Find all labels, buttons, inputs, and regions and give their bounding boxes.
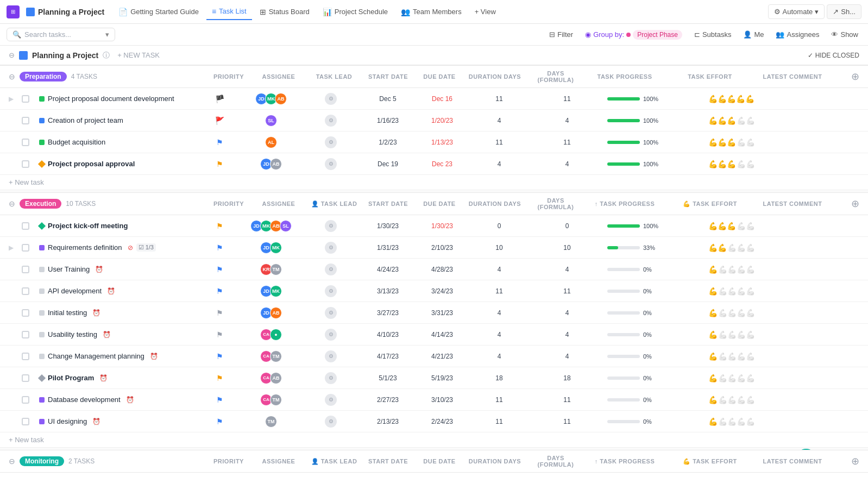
due-date-cell: Dec 16 — [415, 95, 469, 103]
tab-project-schedule[interactable]: 📊 Project Schedule — [317, 4, 393, 20]
priority-cell: 🚩 — [198, 116, 241, 125]
task-lead-icon: ⚙ — [325, 329, 337, 341]
table-row[interactable]: ▶ Project proposal document development … — [0, 88, 868, 110]
tab-getting-started[interactable]: 📄 Getting Started Guide — [113, 4, 204, 20]
project-info-icon[interactable]: ⓘ — [103, 51, 110, 60]
task-checkbox[interactable] — [22, 287, 29, 295]
table-row[interactable]: ▶ Requirements definition ⊘ ☑ 1/3 ⚑ JD M… — [0, 237, 868, 259]
table-row[interactable]: Project kick-off meeting ⚑ JD MK AB SL ⚙… — [0, 215, 868, 237]
table-row[interactable]: Pilot Program ⏰ ⚑ CA AB ⚙ 5/1/23 5/19/23… — [0, 367, 868, 389]
table-row[interactable]: Creation of project team 🚩 SL ⚙ 1/16/23 … — [0, 110, 868, 131]
add-task-preparation[interactable]: + New task — [0, 175, 868, 190]
task-lead-cell: ⚙ — [301, 136, 361, 148]
table-row[interactable]: Usability testing ⏰ ⚑ CA ● ⚙ 4/10/23 4/1… — [0, 324, 868, 346]
col-priority-exec: PRIORITY — [210, 200, 248, 207]
me-button[interactable]: 👤 Me — [740, 29, 767, 40]
due-date-cell: 2/24/23 — [415, 418, 469, 425]
hide-closed-button[interactable]: ✓ HIDE CLOSED — [808, 52, 859, 59]
task-name: Initial testing — [48, 309, 87, 317]
table-row[interactable]: User Training ⏰ ⚑ KR TM ⚙ 4/24/23 4/28/2… — [0, 259, 868, 280]
add-column-mon-icon[interactable]: ⊕ — [851, 455, 859, 467]
add-task-execution[interactable]: + New task — [0, 432, 868, 448]
new-task-button[interactable]: + NEW TASK — [114, 50, 163, 60]
table-row[interactable]: Database development ⏰ ⚑ CA TM ⚙ 2/27/23… — [0, 389, 868, 411]
chevron-down-icon: ▾ — [105, 30, 109, 39]
priority-cell: ⚑ — [198, 309, 241, 317]
avatar: TM — [270, 350, 282, 362]
start-date-cell: 1/31/23 — [361, 244, 415, 252]
task-checkbox[interactable] — [22, 353, 29, 360]
table-row[interactable]: Initial testing ⏰ ⚑ JD AB ⚙ 3/27/23 3/31… — [0, 302, 868, 324]
progress-cell: 0% — [605, 397, 708, 403]
task-checkbox[interactable] — [22, 244, 29, 252]
groupby-icon: ◉ — [585, 30, 591, 39]
subtasks-button[interactable]: ⊏ Subtasks — [691, 29, 734, 40]
clock-icon: ⏰ — [150, 353, 158, 360]
show-button[interactable]: 👁 Show — [828, 29, 861, 40]
collapse-monitoring-icon[interactable]: ⊖ — [9, 457, 15, 466]
task-status-dot — [39, 419, 45, 424]
task-checkbox[interactable] — [22, 396, 29, 404]
table-row[interactable]: Change Management planning ⏰ ⚑ CA TM ⚙ 4… — [0, 346, 868, 367]
task-status-dot — [39, 245, 45, 250]
effort-cell: 💪💪💪💪💪 — [708, 330, 763, 339]
task-checkbox[interactable] — [22, 117, 29, 124]
priority-cell: ⚑ — [198, 330, 241, 339]
table-row[interactable]: MK — [0, 473, 868, 477]
toolbar: 🔍 Search tasks... ▾ ⊟ Filter ◉ Group by:… — [0, 24, 868, 46]
avatar: AB — [270, 158, 282, 170]
task-checkbox[interactable] — [22, 95, 29, 103]
clock-icon: ⏰ — [103, 331, 111, 338]
collapse-icon[interactable]: ⊖ — [9, 51, 15, 59]
duration-cell: 4 — [469, 353, 529, 360]
add-column-exec-icon[interactable]: ⊕ — [851, 198, 859, 210]
duration-cell: 0 — [469, 222, 529, 230]
task-checkbox[interactable] — [22, 309, 29, 317]
tab-team-members[interactable]: 👥 Team Members — [395, 4, 467, 20]
filter-button[interactable]: ⊟ Filter — [546, 29, 576, 40]
col-comment-mon: LATEST COMMENT — [760, 458, 825, 465]
task-checkbox[interactable] — [22, 418, 29, 425]
progress-cell: 0% — [605, 418, 708, 425]
task-checkbox[interactable] — [22, 331, 29, 338]
days-formula-cell: 18 — [529, 374, 605, 382]
table-row[interactable]: API development ⏰ ⚑ JD MK ⚙ 3/13/23 3/24… — [0, 280, 868, 302]
task-checkbox[interactable] — [22, 222, 29, 230]
col-due-date-mon: DUE DATE — [418, 458, 461, 465]
table-row[interactable]: UI designing ⏰ ⚑ TM ⚙ 2/13/23 2/24/23 11… — [0, 411, 868, 432]
expand-icon: ▶ — [9, 244, 22, 252]
share-button[interactable]: ↗ Sh... — [827, 4, 861, 19]
task-lead-cell: ⚙ — [301, 372, 361, 384]
tab-status-board[interactable]: ⊞ Status Board — [254, 4, 315, 20]
collapse-execution-icon[interactable]: ⊖ — [9, 199, 15, 208]
task-lead-cell: ⚙ — [301, 394, 361, 406]
task-name: Database development — [48, 396, 121, 404]
tab-task-list[interactable]: ≡ Task List — [206, 4, 252, 20]
task-name-cell: Project proposal approval — [35, 160, 198, 168]
due-date-cell: 1/20/23 — [415, 117, 469, 124]
task-name: Usability testing — [48, 330, 97, 338]
days-formula-cell: 11 — [529, 95, 605, 103]
task-checkbox[interactable] — [22, 266, 29, 273]
assignee-cell: JD MK AB — [241, 93, 301, 105]
automate-button[interactable]: ⚙ Automate ▾ — [768, 4, 825, 19]
task-name: Requirements definition — [48, 243, 122, 252]
start-date-cell: 1/2/23 — [361, 139, 415, 146]
search-input[interactable]: 🔍 Search tasks... ▾ — [7, 28, 115, 41]
priority-cell: ⚑ — [198, 352, 241, 361]
task-checkbox[interactable] — [22, 139, 29, 146]
task-checkbox[interactable] — [22, 374, 29, 382]
tab-view[interactable]: + View — [469, 4, 501, 19]
table-row[interactable]: Budget acquisition ⚑ AL ⚙ 1/2/23 1/13/23… — [0, 131, 868, 153]
assignees-button[interactable]: 👥 Assignees — [772, 29, 822, 40]
col-comment-exec: LATEST COMMENT — [760, 200, 825, 207]
task-checkbox[interactable] — [22, 160, 29, 168]
table-row[interactable]: Project proposal approval ⚑ JD AB ⚙ Dec … — [0, 153, 868, 175]
collapse-preparation-icon[interactable]: ⊖ — [9, 72, 15, 81]
add-column-icon[interactable]: ⊕ — [851, 71, 859, 83]
task-name-cell: Initial testing ⏰ — [35, 309, 198, 317]
monitoring-badge: Monitoring — [20, 456, 64, 466]
clock-icon: ⏰ — [126, 396, 134, 404]
groupby-button[interactable]: ◉ Group by: Project Phase — [582, 28, 685, 41]
col-start-date: START DATE — [365, 73, 411, 80]
